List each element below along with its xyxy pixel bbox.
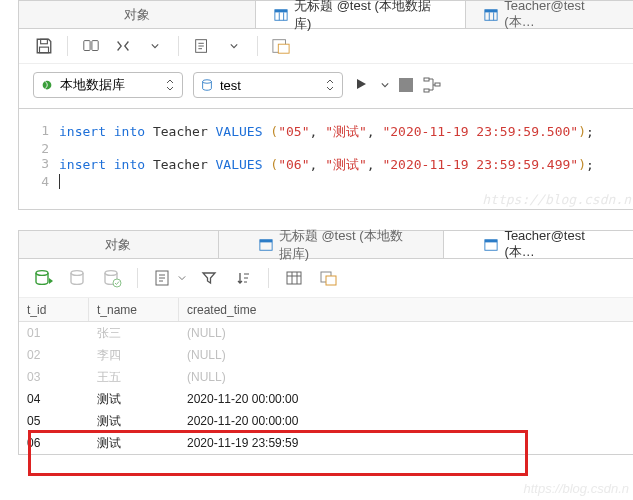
beautify-icon[interactable] [191,35,213,57]
tab-label: Teacher@test (本… [504,0,618,31]
svg-rect-21 [424,89,429,92]
tab-untitled-query[interactable]: 无标题 @test (本地数据库) [256,1,466,28]
chevron-down-icon[interactable] [178,274,186,282]
sql-editor[interactable]: 1insert into Teacher VALUES ("05", "测试",… [19,113,633,209]
table-icon [259,238,273,252]
table-row[interactable]: 05测试2020-11-20 00:00:00 [19,410,633,432]
svg-rect-38 [287,272,301,284]
tab-label: 无标题 @test (本地数据库) [294,0,447,33]
tab-untitled-query[interactable]: 无标题 @test (本地数据库) [219,231,445,258]
svg-rect-22 [435,83,440,86]
table-icon [274,8,288,22]
connection-combo[interactable]: 本地数据库 [33,72,183,98]
editor-line[interactable]: 1insert into Teacher VALUES ("05", "测试",… [19,123,633,141]
column-header-id[interactable]: t_id [19,298,89,321]
watermark: https://blog.csdn.n [482,192,631,207]
cell: 01 [19,326,89,340]
cell: 02 [19,348,89,362]
code-content [59,141,67,156]
svg-rect-24 [260,239,272,242]
query-builder-icon[interactable] [112,35,134,57]
svg-point-27 [36,271,48,276]
export-icon[interactable] [317,267,339,289]
save-icon[interactable] [33,35,55,57]
tab-objects[interactable]: 对象 [19,1,256,28]
code-snippet-icon[interactable] [270,35,292,57]
code-content [59,174,60,189]
editor-line[interactable]: 4 [19,174,633,189]
cell: 测试 [89,435,179,452]
table-icon [484,8,498,22]
svg-rect-10 [84,41,90,51]
result-table: t_id t_name created_time 01张三(NULL)02李四(… [19,298,633,454]
cell: 李四 [89,347,179,364]
result-toolbar [19,259,633,298]
cell: 张三 [89,325,179,342]
table-row[interactable]: 02李四(NULL) [19,344,633,366]
cell: (NULL) [179,326,633,340]
chevron-down-icon[interactable] [381,81,389,89]
table-row[interactable]: 04测试2020-11-20 00:00:00 [19,388,633,410]
svg-point-28 [71,271,83,276]
rollback-icon[interactable] [101,267,123,289]
cell: 2020-11-19 23:59:59 [179,436,633,450]
tab-label: 对象 [105,236,131,254]
result-panel: 对象 无标题 @test (本地数据库) Teacher@test (本… [18,230,633,455]
tab-objects[interactable]: 对象 [19,231,219,258]
run-icon[interactable] [353,76,371,94]
svg-rect-43 [326,276,336,285]
database-label: test [220,78,241,93]
tab-label: Teacher@test (本… [504,228,596,261]
sort-icon[interactable] [232,267,254,289]
stop-icon[interactable] [399,78,413,92]
separator [268,268,269,288]
table-icon [484,238,498,252]
editor-toolbar [19,29,633,64]
tab-teacher[interactable]: Teacher@test (本… [444,231,633,258]
tab-label: 对象 [124,6,150,24]
editor-line[interactable]: 2 [19,141,633,156]
connection-icon [40,78,54,92]
explain-icon[interactable] [423,77,443,93]
bottom-tabs: 对象 无标题 @test (本地数据库) Teacher@test (本… [19,231,633,259]
separator [178,36,179,56]
connection-label: 本地数据库 [60,76,125,94]
cell: 04 [19,392,89,406]
chevron-up-down-icon [166,79,176,91]
cell: 测试 [89,413,179,430]
svg-rect-5 [485,9,497,12]
import-icon[interactable] [283,267,305,289]
table-row[interactable]: 06测试2020-11-19 23:59:59 [19,432,633,454]
line-number: 3 [19,156,59,174]
separator [137,268,138,288]
database-icon [200,78,214,92]
commit-icon[interactable] [67,267,89,289]
copy-devices-icon[interactable] [80,35,102,57]
svg-point-19 [203,80,212,84]
column-header-name[interactable]: t_name [89,298,179,321]
begin-transaction-icon[interactable] [33,267,55,289]
table-row[interactable]: 03王五(NULL) [19,366,633,388]
svg-rect-26 [485,239,497,242]
text-view-icon[interactable] [152,267,174,289]
cell: 05 [19,414,89,428]
cell: (NULL) [179,348,633,362]
code-content: insert into Teacher VALUES ("05", "测试", … [59,123,594,141]
table-row[interactable]: 01张三(NULL) [19,322,633,344]
query-panel: 对象 无标题 @test (本地数据库) Teacher@test (本… [18,0,633,210]
chevron-down-icon[interactable] [144,35,166,57]
connection-bar: 本地数据库 test [19,64,633,108]
editor-line[interactable]: 3insert into Teacher VALUES ("06", "测试",… [19,156,633,174]
code-content: insert into Teacher VALUES ("06", "测试", … [59,156,594,174]
separator [257,36,258,56]
top-tabs: 对象 无标题 @test (本地数据库) Teacher@test (本… [19,1,633,29]
tab-teacher[interactable]: Teacher@test (本… [466,1,633,28]
cell: (NULL) [179,370,633,384]
table-header: t_id t_name created_time [19,298,633,322]
watermark: https://blog.csdn.n [523,481,629,496]
svg-point-30 [113,279,121,287]
column-header-time[interactable]: created_time [179,298,633,321]
chevron-down-icon[interactable] [223,35,245,57]
database-combo[interactable]: test [193,72,343,98]
filter-icon[interactable] [198,267,220,289]
